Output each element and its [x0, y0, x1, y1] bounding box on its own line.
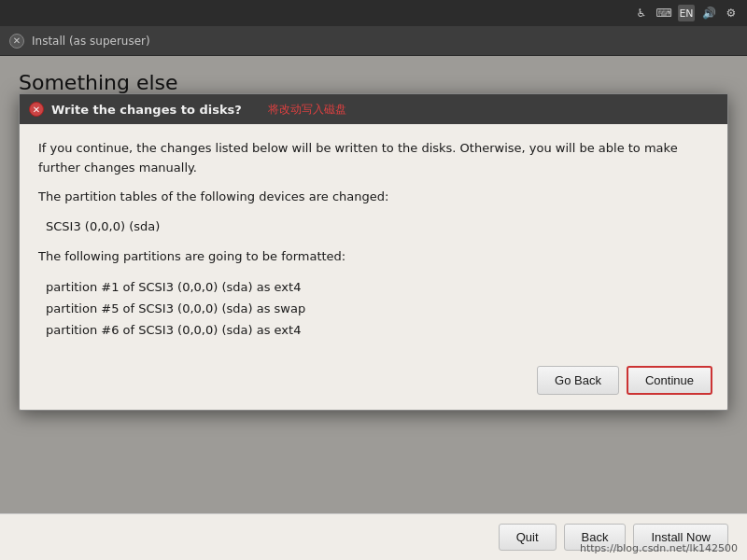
quit-button[interactable]: Quit — [499, 524, 557, 551]
window-title-bar: ✕ Install (as superuser) — [0, 26, 747, 56]
write-changes-dialog: ✕ Write the changes to disks? 将改动写入磁盘 If… — [19, 93, 728, 411]
settings-icon[interactable]: ⚙ — [723, 5, 740, 21]
dialog-overlay: ✕ Write the changes to disks? 将改动写入磁盘 If… — [0, 56, 747, 541]
accessibility-icon[interactable]: ♿ — [633, 5, 650, 21]
keyboard-icon[interactable]: ⌨ — [655, 5, 672, 21]
dialog-title: Write the changes to disks? — [51, 103, 242, 117]
dialog-section1-title: The partition tables of the following de… — [38, 188, 709, 207]
continue-button[interactable]: Continue — [627, 366, 712, 395]
dialog-close-button[interactable]: ✕ — [29, 102, 44, 117]
dialog-body: If you continue, the changes listed belo… — [20, 124, 727, 357]
dialog-section1-item-0: SCSI3 (0,0,0) (sda) — [46, 216, 709, 237]
dialog-intro-text: If you continue, the changes listed belo… — [38, 139, 709, 178]
dialog-section2-item-0: partition #1 of SCSI3 (0,0,0) (sda) as e… — [46, 276, 709, 298]
window-close-button[interactable]: ✕ — [9, 34, 24, 49]
dialog-section2-item-2: partition #6 of SCSI3 (0,0,0) (sda) as e… — [46, 319, 709, 341]
main-content-area: Something else sda1 (ext4) 199.2 MB sda5… — [0, 56, 747, 541]
dialog-button-row: Go Back Continue — [20, 357, 727, 410]
dialog-section2-title: The following partitions are going to be… — [38, 247, 709, 267]
language-icon[interactable]: EN — [678, 5, 695, 21]
system-top-bar: ♿ ⌨ EN 🔊 ⚙ — [0, 0, 747, 26]
url-text: https://blog.csdn.net/lk142500 — [580, 542, 738, 554]
dialog-title-bar: ✕ Write the changes to disks? 将改动写入磁盘 — [20, 94, 727, 124]
dialog-subtitle: 将改动写入磁盘 — [268, 102, 346, 118]
go-back-button[interactable]: Go Back — [537, 366, 619, 395]
dialog-section1-items: SCSI3 (0,0,0) (sda) — [46, 216, 709, 237]
dialog-section2-item-1: partition #5 of SCSI3 (0,0,0) (sda) as s… — [46, 298, 709, 319]
volume-icon[interactable]: 🔊 — [700, 5, 717, 21]
dialog-section2-items: partition #1 of SCSI3 (0,0,0) (sda) as e… — [46, 276, 709, 342]
bottom-action-bar: Quit Back Install Now https://blog.csdn.… — [0, 513, 747, 560]
window-title: Install (as superuser) — [32, 35, 150, 48]
